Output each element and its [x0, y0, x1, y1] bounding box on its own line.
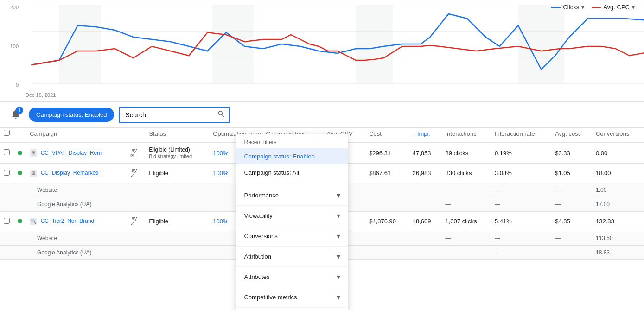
toolbar: 1 Campaign status: Enabled Recent filter…	[0, 102, 644, 128]
row-impr: 18,609	[409, 212, 442, 231]
sub-label: Website	[26, 183, 127, 197]
filter-item-0[interactable]: Campaign status: Enabled	[236, 148, 348, 164]
sub-label: Website	[26, 231, 127, 246]
row-impr: 47,853	[409, 142, 442, 164]
campaign-type-icon: ⊞	[30, 149, 37, 157]
filter-category-competitive[interactable]: Competitive metrics ▾	[236, 287, 348, 307]
row-status-indicator	[14, 212, 26, 231]
campaign-link[interactable]: CC_Tier2_Non-Brand_	[41, 218, 97, 224]
filter-dropdown: Recent filters Campaign status: Enabled …	[236, 134, 348, 310]
filter-category-conversions-label: Conversions	[244, 233, 277, 240]
campaign-link[interactable]: CC_VPAT_Display_Rem	[41, 150, 102, 156]
row-status-indicator	[14, 142, 26, 164]
sub-interactions: —	[441, 197, 491, 212]
sub-spacer	[0, 231, 26, 246]
search-icon	[217, 110, 225, 120]
filter-category-competitive-label: Competitive metrics	[244, 294, 297, 301]
filter-category-viewability[interactable]: Viewability ▾	[236, 205, 348, 226]
filter-category-attribution-label: Attribution	[244, 253, 271, 260]
avg-cpc-dropdown-icon[interactable]: ▾	[632, 4, 635, 11]
sub-interaction-rate: —	[491, 231, 551, 246]
svg-rect-1	[212, 5, 254, 83]
row-status: Eligible	[145, 212, 209, 231]
filter-category-performance[interactable]: Performance ▾	[236, 185, 348, 205]
sub-interaction-rate: —	[491, 183, 551, 197]
row-avg-cost: $1.05	[551, 164, 592, 183]
y-label-100: 100	[2, 44, 19, 49]
filter-category-analytics[interactable]: Google Analytics ▾	[236, 307, 348, 310]
svg-rect-3	[518, 5, 565, 83]
row-cost: $867.61	[365, 164, 409, 183]
row-budget: lay ✓	[127, 212, 145, 231]
row-status: Eligible	[145, 164, 209, 183]
row-avg-cost: $4.35	[551, 212, 592, 231]
sub-avg-cost: —	[551, 183, 592, 197]
sub-interactions: —	[441, 231, 491, 246]
avg-cpc-legend-line	[592, 7, 601, 8]
clicks-legend-item[interactable]: Clicks ▾	[551, 4, 584, 11]
sub-avg-cost: —	[551, 231, 592, 246]
row-conversions: 132.33	[592, 212, 644, 231]
sub-interaction-rate: —	[491, 197, 551, 212]
row-checkbox[interactable]	[0, 164, 14, 183]
filter-category-conversions[interactable]: Conversions ▾	[236, 226, 348, 246]
sub-label: Google Analytics (UA)	[26, 197, 127, 212]
row-campaign-name[interactable]: ⊞ CC_Display_Remarketi	[26, 164, 127, 183]
campaign-type-icon: 🔍	[30, 218, 37, 225]
chevron-down-icon: ▾	[337, 191, 340, 200]
chart-legend: Clicks ▾ Avg. CPC ▾	[551, 4, 635, 11]
chevron-down-icon-4: ▾	[337, 252, 340, 261]
row-interactions: 89 clicks	[441, 142, 491, 164]
y-label-200: 200	[2, 5, 19, 10]
avg-cpc-legend-label: Avg. CPC	[603, 4, 630, 11]
select-all-checkbox[interactable]	[4, 130, 10, 136]
filter-category-viewability-label: Viewability	[244, 212, 272, 219]
search-input[interactable]	[119, 107, 230, 123]
sub-interactions: —	[441, 183, 491, 197]
filter-category-attributes[interactable]: Attributes ▾	[236, 266, 348, 287]
row-avg-cost: $3.33	[551, 142, 592, 164]
row-campaign-name[interactable]: ⊞ CC_VPAT_Display_Rem	[26, 142, 127, 164]
row-status-indicator	[14, 164, 26, 183]
row-budget: lay ✉	[127, 142, 145, 164]
row-interaction-rate: 5.41%	[491, 212, 551, 231]
chart-x-label: Dec 18, 2021	[26, 92, 56, 98]
sub-conversions: 17.00	[592, 197, 644, 212]
clicks-dropdown-icon[interactable]: ▾	[581, 4, 584, 11]
row-interactions: 830 clicks	[441, 164, 491, 183]
row-campaign-name[interactable]: 🔍 CC_Tier2_Non-Brand_	[26, 212, 127, 231]
row-impr: 26,983	[409, 164, 442, 183]
row-interaction-rate: 0.19%	[491, 142, 551, 164]
chart-area: Clicks ▾ Avg. CPC ▾ 200 100 0 Dec 18, 20…	[0, 0, 644, 102]
sub-spacer	[0, 183, 26, 197]
notification-button[interactable]: 1	[7, 106, 24, 124]
sub-avg-cost: —	[551, 246, 592, 260]
sub-interaction-rate: —	[491, 246, 551, 260]
row-interactions: 1,007 clicks	[441, 212, 491, 231]
svg-rect-2	[356, 5, 393, 83]
status-green-icon	[18, 219, 22, 223]
opt-score-value: 100%	[213, 170, 228, 177]
filter-divider	[236, 183, 348, 183]
avg-cpc-legend-item[interactable]: Avg. CPC ▾	[592, 4, 635, 11]
row-cost: $296.31	[365, 142, 409, 164]
campaign-status-button[interactable]: Campaign status: Enabled	[29, 108, 114, 122]
chart-y-axis: 200 100 0	[0, 0, 21, 88]
row-checkbox[interactable]	[0, 212, 14, 231]
row-conversions: 0.00	[592, 142, 644, 164]
campaign-link[interactable]: CC_Display_Remarketi	[41, 170, 99, 176]
opt-score-value: 100%	[213, 218, 228, 225]
filter-category-attribution[interactable]: Attribution ▾	[236, 246, 348, 266]
row-budget: lay ✓	[127, 164, 145, 183]
row-checkbox[interactable]	[0, 142, 14, 164]
row-status: Eligible (Limited)Bid strategy limited	[145, 142, 209, 164]
clicks-legend-line	[551, 7, 561, 8]
row-cost: $4,376.90	[365, 212, 409, 231]
filter-item-1[interactable]: Campaign status: All	[236, 164, 348, 181]
status-green-icon	[18, 151, 22, 155]
chart-svg	[21, 5, 644, 93]
svg-rect-0	[59, 5, 101, 83]
chevron-down-icon-5: ▾	[337, 272, 340, 281]
sub-spacer	[0, 246, 26, 260]
chevron-down-icon-6: ▾	[337, 293, 340, 302]
